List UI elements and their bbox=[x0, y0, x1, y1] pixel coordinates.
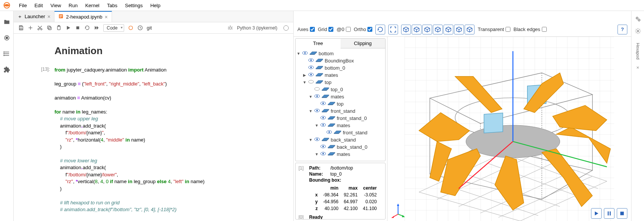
tree-node-front_stand[interactable]: ▼front_stand bbox=[296, 107, 384, 115]
model-tree[interactable]: ▼bottomBoundingBoxbottom_0▶mates▼toptop_… bbox=[296, 48, 385, 158]
running-icon[interactable] bbox=[3, 34, 10, 41]
viewport[interactable] bbox=[387, 37, 631, 221]
tree-node-mates[interactable]: ▼mates bbox=[296, 122, 384, 129]
expander-icon[interactable]: ▼ bbox=[314, 123, 319, 128]
expander-icon[interactable]: ▼ bbox=[302, 80, 307, 84]
pause-button[interactable] bbox=[604, 208, 614, 219]
paste-icon[interactable] bbox=[56, 25, 62, 31]
tree-node-mates[interactable]: ▼mates bbox=[296, 151, 384, 158]
extension-icon[interactable] bbox=[3, 66, 10, 73]
menu-edit[interactable]: Edit bbox=[31, 1, 47, 10]
tree-node-back_stand_0[interactable]: back_stand_0 bbox=[296, 143, 384, 151]
menu-kernel[interactable]: Kernel bbox=[81, 1, 103, 10]
kernel-indicator[interactable] bbox=[283, 25, 289, 31]
fit-view-button[interactable] bbox=[388, 25, 398, 34]
clipping-tab[interactable]: Clipping bbox=[341, 39, 386, 48]
view-left-button[interactable] bbox=[433, 25, 443, 34]
tree-node-top_0[interactable]: top_0 bbox=[296, 86, 384, 93]
ortho-toggle[interactable]: Ortho bbox=[354, 26, 373, 32]
view-top-button[interactable] bbox=[454, 25, 464, 34]
transparent-toggle[interactable]: Transparent bbox=[478, 26, 510, 32]
tab-launcher[interactable]: ＋Launcher× bbox=[14, 11, 54, 22]
play-button[interactable] bbox=[591, 208, 602, 219]
visibility-eye-icon[interactable] bbox=[320, 144, 326, 150]
jupytext-icon[interactable] bbox=[128, 25, 134, 31]
kernel-name[interactable]: Python 3 (ipykernel) bbox=[237, 25, 277, 31]
tree-node-front_stand_0[interactable]: front_stand_0 bbox=[296, 115, 384, 122]
reset-view-button[interactable] bbox=[375, 25, 385, 34]
tree-node-mates[interactable]: ▼mates bbox=[296, 93, 384, 100]
sidebar-title[interactable]: Hexapod bbox=[636, 43, 640, 59]
expander-icon[interactable]: ▼ bbox=[308, 138, 313, 142]
visibility-eye-icon[interactable] bbox=[326, 130, 332, 135]
visibility-eye-icon[interactable] bbox=[314, 94, 320, 100]
visibility-eye-icon[interactable] bbox=[302, 51, 308, 56]
history-icon[interactable] bbox=[137, 25, 143, 31]
visibility-eye-icon[interactable] bbox=[320, 123, 326, 128]
visibility-eye-icon[interactable] bbox=[308, 58, 314, 64]
help-button[interactable]: ? bbox=[618, 25, 627, 34]
visibility-eye-icon[interactable] bbox=[320, 101, 326, 107]
bug-icon[interactable] bbox=[227, 25, 233, 31]
tree-node-front_stand[interactable]: front_stand bbox=[296, 129, 384, 136]
celltype-select[interactable]: Code bbox=[103, 24, 124, 32]
menu-view[interactable]: View bbox=[47, 1, 65, 10]
visibility-eye-icon[interactable] bbox=[314, 137, 320, 143]
visibility-eye-icon[interactable] bbox=[314, 108, 320, 114]
grid-toggle[interactable]: Grid bbox=[318, 26, 334, 32]
visibility-eye-icon[interactable] bbox=[314, 87, 320, 92]
tree-node-BoundingBox[interactable]: BoundingBox bbox=[296, 57, 384, 64]
axes-toggle[interactable]: Axes bbox=[297, 26, 315, 32]
orientation-gizmo[interactable] bbox=[390, 203, 406, 218]
expander-icon[interactable]: ▼ bbox=[296, 51, 301, 56]
add-cell-icon[interactable] bbox=[28, 25, 33, 31]
menu-settings[interactable]: Settings bbox=[121, 1, 146, 10]
code-editor[interactable]: from jupyter_cadquery.animation import A… bbox=[54, 67, 205, 221]
run-icon[interactable] bbox=[65, 25, 71, 31]
stop-button[interactable] bbox=[617, 208, 627, 219]
view-front-button[interactable] bbox=[412, 25, 422, 34]
cut-icon[interactable] bbox=[37, 25, 43, 31]
menu-file[interactable]: File bbox=[15, 1, 31, 10]
code-cell[interactable]: [13]: from jupyter_cadquery.animation im… bbox=[21, 67, 286, 221]
stop-icon[interactable] bbox=[75, 25, 81, 31]
toc-icon[interactable] bbox=[3, 50, 10, 57]
tree-tab[interactable]: Tree bbox=[296, 39, 341, 48]
visibility-eye-icon[interactable] bbox=[308, 79, 314, 85]
at0-toggle[interactable]: @0 bbox=[336, 26, 350, 32]
save-icon[interactable] bbox=[18, 25, 24, 31]
visibility-eye-icon[interactable] bbox=[308, 72, 314, 78]
markdown-cell[interactable]: Animation bbox=[21, 45, 286, 57]
view-iso-button[interactable] bbox=[401, 25, 411, 34]
tree-node-top[interactable]: top bbox=[296, 100, 384, 107]
settings-gears-icon[interactable] bbox=[635, 16, 641, 22]
blackedges-toggle[interactable]: Black edges bbox=[513, 26, 547, 32]
menu-help[interactable]: Help bbox=[146, 1, 164, 10]
view-right-button[interactable] bbox=[443, 25, 453, 34]
visibility-eye-icon[interactable] bbox=[320, 115, 326, 121]
tree-node-back_stand[interactable]: ▼back_stand bbox=[296, 136, 384, 143]
expander-icon[interactable]: ▼ bbox=[308, 109, 313, 113]
menu-run[interactable]: Run bbox=[65, 1, 81, 10]
copy-icon[interactable] bbox=[47, 25, 52, 31]
tree-node-bottom_0[interactable]: bottom_0 bbox=[296, 64, 384, 72]
close-tab-icon[interactable]: × bbox=[105, 14, 108, 20]
runall-icon[interactable] bbox=[94, 25, 100, 31]
expander-icon[interactable]: ▼ bbox=[308, 95, 313, 99]
view-back-button[interactable] bbox=[422, 25, 432, 34]
notebook-body[interactable]: Animation [13]: from jupyter_cadquery.an… bbox=[14, 34, 293, 221]
view-bottom-button[interactable] bbox=[465, 25, 474, 34]
tree-node-mates[interactable]: ▶mates bbox=[296, 72, 384, 79]
tree-node-top[interactable]: ▼top bbox=[296, 79, 384, 86]
restart-icon[interactable] bbox=[84, 25, 90, 31]
gear-icon[interactable] bbox=[635, 28, 641, 34]
visibility-eye-icon[interactable] bbox=[308, 65, 314, 71]
tree-node-bottom[interactable]: ▼bottom bbox=[296, 50, 384, 57]
expander-icon[interactable]: ▼ bbox=[314, 152, 319, 156]
folder-icon[interactable] bbox=[3, 19, 10, 25]
menu-tabs[interactable]: Tabs bbox=[103, 1, 121, 10]
tab-2-hexapod-ipynb[interactable]: 2-hexapod.ipynb× bbox=[54, 11, 112, 22]
expander-icon[interactable]: ▶ bbox=[302, 73, 307, 77]
visibility-eye-icon[interactable] bbox=[320, 151, 326, 157]
close-tab-icon[interactable]: × bbox=[47, 14, 50, 20]
